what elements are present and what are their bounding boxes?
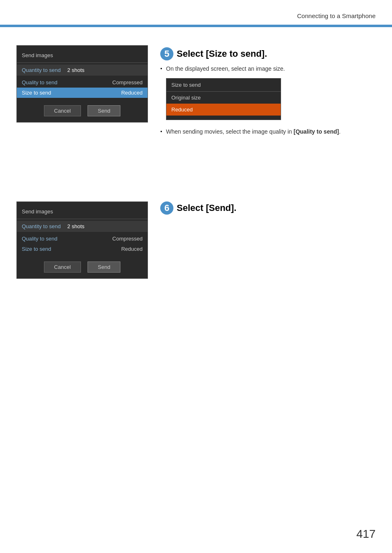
dialog2-quantity-value: 2 shots	[67, 223, 85, 229]
size-dialog-spacer	[166, 116, 281, 120]
dialog1-quantity-label: Quantity to send	[22, 67, 61, 73]
dialog1-size-row: Size to send Reduced	[17, 88, 148, 98]
page-number: 417	[356, 528, 376, 541]
dialog1-quantity-value: 2 shots	[67, 67, 85, 73]
dialog2-size-row: Size to send Reduced	[17, 244, 148, 254]
step5-bullet2-bold: [Quality to send]	[294, 128, 339, 135]
step5-bullet2: When sending movies, select the image qu…	[160, 127, 376, 136]
step5-bullet2-suffix: .	[339, 128, 341, 135]
step6-heading: 6 Select [Send].	[160, 201, 376, 215]
dialog1-quality-label: Quality to send	[22, 79, 58, 86]
dialog2-quality-row: Quality to send Compressed	[17, 234, 148, 244]
dialog1-size-value: Reduced	[121, 90, 143, 96]
dialog1-quality-row: Quality to send Compressed	[17, 77, 148, 88]
step5-heading-text: Select [Size to send].	[177, 49, 267, 59]
dialog1-send-button[interactable]: Send	[88, 105, 120, 116]
dialog1-cancel-button[interactable]: Cancel	[44, 105, 81, 116]
step5-heading: 5 Select [Size to send].	[160, 47, 376, 60]
dialog1-title: Send images	[17, 50, 148, 63]
step5-number-circle: 5	[160, 47, 173, 60]
step6-heading-text: Select [Send].	[177, 203, 236, 213]
header-bar	[0, 25, 392, 27]
dialog1-size-label: Size to send	[22, 90, 51, 96]
dialog2-quantity-row: Quantity to send 2 shots	[17, 221, 148, 232]
dialog2-title: Send images	[17, 206, 148, 219]
dialog2-quality-label: Quality to send	[22, 236, 58, 242]
size-dialog-option1[interactable]: Original size	[166, 92, 281, 104]
dialog2-size-label: Size to send	[22, 246, 51, 252]
dialog1-buttons: Cancel Send	[17, 102, 148, 118]
camera-dialog-1: Send images Quantity to send 2 shots Qua…	[16, 45, 148, 123]
dialog1-quality-value: Compressed	[112, 79, 143, 86]
header-title: Connecting to a Smartphone	[297, 12, 376, 19]
step5-bullet1: On the displayed screen, select an image…	[160, 65, 376, 73]
step5-heading-area: 5 Select [Size to send]. On the displaye…	[160, 47, 376, 140]
dialog2-quantity-label: Quantity to send	[22, 223, 61, 229]
step6-number-circle: 6	[160, 201, 173, 215]
size-dialog-option2[interactable]: Reduced	[166, 104, 281, 116]
step5-bullet2-prefix: When sending movies, select the image qu…	[166, 128, 294, 135]
dialog2-send-button[interactable]: Send	[88, 261, 120, 273]
step6-heading-area: 6 Select [Send].	[160, 201, 376, 219]
camera-dialog-2: Send images Quantity to send 2 shots Qua…	[16, 201, 148, 279]
dialog2-buttons: Cancel Send	[17, 258, 148, 274]
size-dialog: Size to send Original size Reduced	[166, 78, 281, 120]
dialog2-size-value: Reduced	[121, 246, 143, 252]
size-dialog-title: Size to send	[166, 79, 281, 92]
dialog2-quality-value: Compressed	[112, 236, 143, 242]
dialog2-cancel-button[interactable]: Cancel	[44, 261, 81, 273]
dialog1-quantity-row: Quantity to send 2 shots	[17, 65, 148, 76]
